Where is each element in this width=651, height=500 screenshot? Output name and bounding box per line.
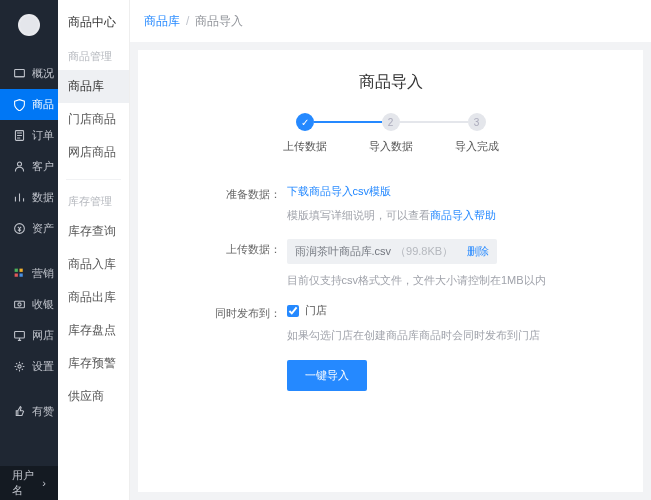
secondary-title: 商品中心 bbox=[58, 4, 129, 43]
nav-cashier[interactable]: 收银 bbox=[0, 289, 58, 320]
nav-data[interactable]: 数据 bbox=[0, 182, 58, 213]
svg-rect-4 bbox=[14, 269, 17, 272]
svg-rect-0 bbox=[14, 69, 24, 76]
chevron-right-icon: › bbox=[42, 477, 46, 489]
download-template-link[interactable]: 下载商品导入csv模版 bbox=[287, 185, 392, 197]
panel-title: 商品导入 bbox=[168, 72, 613, 93]
nav-assets[interactable]: 资产 bbox=[0, 213, 58, 244]
nav-label: 客户 bbox=[32, 159, 54, 174]
step-label: 导入数据 bbox=[348, 139, 434, 154]
sec-item-supplier[interactable]: 供应商 bbox=[58, 380, 129, 413]
step-2: 2 导入数据 bbox=[348, 113, 434, 154]
nav-label: 设置 bbox=[32, 359, 54, 374]
help-link[interactable]: 商品导入帮助 bbox=[430, 209, 496, 221]
nav-overview[interactable]: 概况 bbox=[0, 58, 58, 89]
step-3: 3 导入完成 bbox=[434, 113, 520, 154]
nav-goods[interactable]: 商品 bbox=[0, 89, 58, 120]
group-label-stock: 库存管理 bbox=[58, 188, 129, 215]
dashboard-icon bbox=[12, 67, 26, 80]
svg-rect-8 bbox=[14, 301, 24, 308]
nav-label: 订单 bbox=[32, 128, 54, 143]
list-icon bbox=[12, 129, 26, 142]
nav-settings[interactable]: 设置 bbox=[0, 351, 58, 382]
nav-label: 有赞 bbox=[32, 404, 54, 419]
breadcrumb-current: 商品导入 bbox=[195, 13, 243, 30]
svg-rect-10 bbox=[14, 331, 24, 338]
svg-rect-6 bbox=[14, 274, 17, 277]
nav-orders[interactable]: 订单 bbox=[0, 120, 58, 151]
nav-label: 收银 bbox=[32, 297, 54, 312]
publish-store-checkbox[interactable]: 门店 bbox=[287, 303, 327, 318]
import-button[interactable]: 一键导入 bbox=[287, 360, 367, 391]
secondary-sidebar: 商品中心 商品管理 商品库 门店商品 网店商品 库存管理 库存查询 商品入库 商… bbox=[58, 0, 130, 500]
svg-point-11 bbox=[17, 365, 20, 368]
group-label-goods: 商品管理 bbox=[58, 43, 129, 70]
upload-hint: 目前仅支持csv格式文件，文件大小请控制在1MB以内 bbox=[287, 272, 581, 290]
money-icon bbox=[12, 222, 26, 235]
publish-hint: 如果勾选门店在创建商品库商品时会同时发布到门店 bbox=[287, 327, 581, 345]
nav-label: 概况 bbox=[32, 66, 54, 81]
main-content: 商品库 / 商品导入 商品导入 ✓ 上传数据 2 导入数据 3 bbox=[130, 0, 651, 500]
cash-icon bbox=[12, 298, 26, 311]
import-form: 准备数据： 下载商品导入csv模版 模版填写详细说明，可以查看商品导入帮助 上传… bbox=[201, 184, 581, 391]
check-icon: ✓ bbox=[296, 113, 314, 131]
nav-customers[interactable]: 客户 bbox=[0, 151, 58, 182]
thumb-icon bbox=[12, 405, 26, 418]
sec-item-stock-alert[interactable]: 库存预警 bbox=[58, 347, 129, 380]
label-upload: 上传数据： bbox=[201, 239, 281, 290]
nav-label: 营销 bbox=[32, 266, 54, 281]
step-number: 3 bbox=[468, 113, 486, 131]
svg-point-9 bbox=[17, 303, 20, 306]
sec-item-goods-lib[interactable]: 商品库 bbox=[58, 70, 129, 103]
nav-label: 资产 bbox=[32, 221, 54, 236]
checkbox-input[interactable] bbox=[287, 305, 299, 317]
footer-user[interactable]: 用户名 › bbox=[0, 466, 58, 500]
step-label: 导入完成 bbox=[434, 139, 520, 154]
sec-item-stock-out[interactable]: 商品出库 bbox=[58, 281, 129, 314]
sec-item-stock-check[interactable]: 库存盘点 bbox=[58, 314, 129, 347]
svg-rect-7 bbox=[19, 274, 22, 277]
chart-icon bbox=[12, 191, 26, 204]
checkbox-label: 门店 bbox=[305, 303, 327, 318]
label-prepare: 准备数据： bbox=[201, 184, 281, 225]
nav-label: 数据 bbox=[32, 190, 54, 205]
avatar[interactable] bbox=[18, 14, 40, 36]
step-1: ✓ 上传数据 bbox=[262, 113, 348, 154]
user-icon bbox=[12, 160, 26, 173]
file-delete-button[interactable]: 删除 bbox=[467, 244, 489, 259]
nav-label: 商品 bbox=[32, 97, 54, 112]
step-label: 上传数据 bbox=[262, 139, 348, 154]
hint-text: 模版填写详细说明，可以查看 bbox=[287, 209, 430, 221]
svg-point-2 bbox=[17, 162, 21, 166]
primary-sidebar: 概况 商品 订单 客户 数据 资产 bbox=[0, 0, 58, 500]
svg-rect-5 bbox=[19, 269, 22, 272]
gear-icon bbox=[12, 360, 26, 373]
steps: ✓ 上传数据 2 导入数据 3 导入完成 bbox=[168, 113, 613, 154]
sec-item-online-goods[interactable]: 网店商品 bbox=[58, 136, 129, 169]
nav-youzan[interactable]: 有赞 bbox=[0, 396, 58, 427]
monitor-icon bbox=[12, 329, 26, 342]
footer-username: 用户名 bbox=[12, 468, 42, 498]
sec-item-stock-in[interactable]: 商品入库 bbox=[58, 248, 129, 281]
file-name: 雨润茶叶商品库.csv bbox=[295, 244, 392, 259]
breadcrumb-sep: / bbox=[186, 14, 189, 28]
tag-icon bbox=[12, 98, 26, 111]
label-publish: 同时发布到： bbox=[201, 303, 281, 344]
apps-icon bbox=[12, 267, 26, 280]
nav-marketing[interactable]: 营销 bbox=[0, 258, 58, 289]
file-chip: 雨润茶叶商品库.csv （99.8KB） 删除 bbox=[287, 239, 498, 264]
divider bbox=[66, 179, 121, 180]
breadcrumb-parent[interactable]: 商品库 bbox=[144, 13, 180, 30]
panel: 商品导入 ✓ 上传数据 2 导入数据 3 导入完成 bbox=[138, 50, 643, 492]
file-size: （99.8KB） bbox=[395, 244, 453, 259]
nav-label: 网店 bbox=[32, 328, 54, 343]
breadcrumb: 商品库 / 商品导入 bbox=[130, 0, 651, 42]
primary-nav: 概况 商品 订单 客户 数据 资产 bbox=[0, 58, 58, 466]
step-number: 2 bbox=[382, 113, 400, 131]
sec-item-store-goods[interactable]: 门店商品 bbox=[58, 103, 129, 136]
sec-item-stock-query[interactable]: 库存查询 bbox=[58, 215, 129, 248]
nav-shop[interactable]: 网店 bbox=[0, 320, 58, 351]
